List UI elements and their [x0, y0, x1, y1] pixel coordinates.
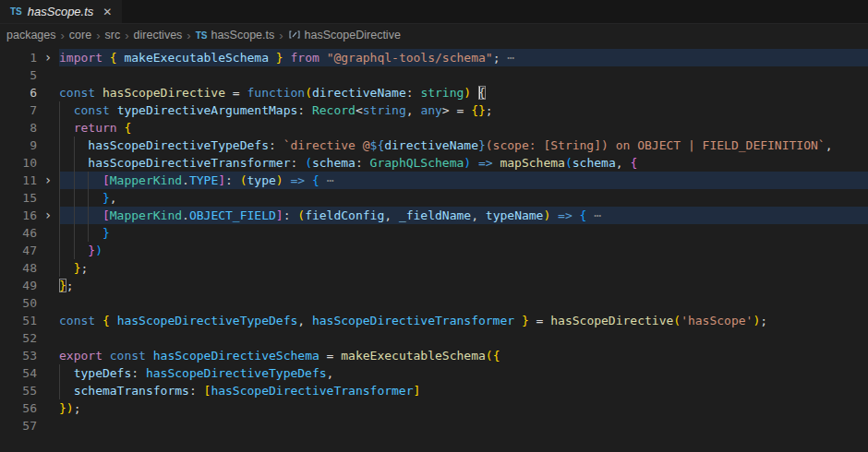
- fold-chevron-icon[interactable]: ›: [37, 172, 59, 189]
- code-line[interactable]: 55 schemaTransforms: [hasScopeDirectiveT…: [0, 382, 868, 399]
- code-line[interactable]: 15 },: [0, 189, 868, 207]
- code-content[interactable]: }): [59, 242, 868, 259]
- code-content[interactable]: schemaTransforms: [hasScopeDirectiveTran…: [59, 382, 868, 399]
- code-line[interactable]: 53export const hasScopeDirectiveSchema =…: [0, 347, 868, 364]
- code-content[interactable]: [59, 294, 868, 312]
- code-token: hasScopeDirectiveTransformer: [88, 156, 290, 170]
- code-content[interactable]: export const hasScopeDirectiveSchema = m…: [59, 347, 868, 364]
- code-token: [59, 138, 88, 152]
- code-content[interactable]: });: [59, 399, 868, 417]
- code-line[interactable]: 6const hasScopeDirective = function(dire…: [0, 84, 868, 101]
- code-token: ]: [414, 384, 421, 398]
- code-token: [573, 208, 580, 222]
- code-line[interactable]: 8 return {: [0, 119, 868, 137]
- code-line[interactable]: 57: [0, 417, 868, 434]
- code-token: (: [297, 208, 305, 222]
- breadcrumb-item-hasscope-ts[interactable]: TShasScope.ts: [196, 29, 275, 42]
- fold-gutter: [37, 119, 59, 137]
- breadcrumb-item-src[interactable]: src: [105, 29, 121, 42]
- code-line[interactable]: 49};: [0, 277, 868, 294]
- code-content[interactable]: [MapperKind.OBJECT_FIELD]: (fieldConfig,…: [59, 207, 868, 224]
- code-editor[interactable]: 1›import { makeExecutableSchema } from "…: [0, 46, 868, 434]
- code-token: {}: [471, 103, 486, 117]
- code-content[interactable]: hasScopeDirectiveTransformer: (schema: G…: [59, 154, 868, 172]
- code-content[interactable]: const { hasScopeDirectiveTypeDefs, hasSc…: [59, 312, 868, 329]
- code-token: hasScopeDirective: [102, 86, 225, 100]
- code-content[interactable]: hasScopeDirectiveTypeDefs: `directive @$…: [59, 137, 868, 154]
- code-token: [102, 349, 110, 363]
- code-token: ;: [66, 279, 74, 292]
- code-line[interactable]: 54 typeDefs: hasScopeDirectiveTypeDefs,: [0, 364, 868, 382]
- code-line[interactable]: 16› [MapperKind.OBJECT_FIELD]: (fieldCon…: [0, 207, 868, 224]
- code-token: (: [305, 156, 312, 170]
- breadcrumb-separator-icon: ›: [56, 29, 69, 42]
- code-line[interactable]: 51const { hasScopeDirectiveTypeDefs, has…: [0, 312, 868, 329]
- code-content[interactable]: },: [59, 189, 868, 207]
- code-line[interactable]: 10 hasScopeDirectiveTransformer: (schema…: [0, 154, 868, 172]
- code-content[interactable]: typeDefs: hasScopeDirectiveTypeDefs,: [59, 364, 868, 382]
- code-content[interactable]: const hasScopeDirective = function(direc…: [59, 84, 868, 101]
- code-content[interactable]: };: [59, 277, 868, 294]
- breadcrumb-item-packages[interactable]: packages: [6, 29, 56, 42]
- code-line[interactable]: 56});: [0, 399, 868, 417]
- code-token: [59, 384, 74, 398]
- code-token: {: [124, 121, 131, 135]
- fold-gutter: [37, 329, 59, 347]
- code-token: =>: [291, 173, 306, 187]
- code-token: =: [529, 314, 550, 327]
- code-line[interactable]: 46 }: [0, 224, 868, 242]
- code-line[interactable]: 9 hasScopeDirectiveTypeDefs: `directive …: [0, 137, 868, 154]
- code-line[interactable]: 50: [0, 294, 868, 312]
- code-content[interactable]: [MapperKind.TYPE]: (type) => { ⋯: [59, 172, 868, 189]
- close-tab-icon[interactable]: ✕: [102, 6, 112, 18]
- code-content[interactable]: }: [59, 224, 868, 242]
- code-line[interactable]: 11› [MapperKind.TYPE]: (type) => { ⋯: [0, 172, 868, 189]
- code-token: .: [182, 173, 189, 187]
- code-token: "@graphql-tools/schema": [327, 51, 493, 65]
- line-number: 10: [0, 154, 37, 172]
- code-token: [146, 349, 153, 363]
- code-content[interactable]: const typeDirectiveArgumentMaps: Record<…: [59, 101, 868, 119]
- code-token: :: [269, 138, 283, 152]
- code-content[interactable]: return {: [59, 119, 868, 137]
- fold-gutter: [37, 294, 59, 312]
- code-line[interactable]: 7 const typeDirectiveArgumentMaps: Recor…: [0, 101, 868, 119]
- code-content[interactable]: [59, 417, 868, 434]
- code-content[interactable]: import { makeExecutableSchema } from "@g…: [59, 49, 868, 66]
- breadcrumb-item-core[interactable]: core: [69, 29, 91, 42]
- code-token: [59, 226, 102, 240]
- code-content[interactable]: [59, 66, 868, 84]
- fold-gutter: [37, 364, 59, 382]
- code-line[interactable]: 47 }): [0, 242, 868, 259]
- code-token: [305, 173, 312, 187]
- code-token: ,: [384, 208, 399, 222]
- code-token: [110, 103, 117, 117]
- code-token: ,: [110, 191, 117, 205]
- code-token: makeExecutableSchema: [341, 349, 486, 363]
- code-line[interactable]: 1›import { makeExecutableSchema } from "…: [0, 49, 868, 66]
- fold-gutter: [37, 84, 59, 101]
- line-number: 47: [0, 242, 37, 259]
- code-token: ,: [826, 138, 833, 152]
- code-line[interactable]: 52: [0, 329, 868, 347]
- code-token: 'hasScope': [681, 314, 753, 327]
- code-token: ,: [327, 366, 334, 380]
- breadcrumb-separator-icon: ›: [91, 29, 104, 42]
- fold-chevron-icon[interactable]: ›: [37, 49, 59, 66]
- code-token: ): [95, 244, 102, 257]
- code-line[interactable]: 5: [0, 66, 868, 84]
- code-content[interactable]: };: [59, 259, 868, 277]
- code-line[interactable]: 48 };: [0, 259, 868, 277]
- code-token: =>: [558, 208, 573, 222]
- code-token: [59, 366, 74, 380]
- fold-chevron-icon[interactable]: ›: [37, 207, 59, 224]
- tab-hasscope[interactable]: TS hasScope.ts ✕: [0, 0, 122, 23]
- code-content[interactable]: [59, 329, 868, 347]
- code-token: }: [276, 51, 283, 65]
- fold-gutter: [37, 137, 59, 154]
- code-token: [59, 121, 74, 135]
- code-token: hasScopeDirectiveSchema: [153, 349, 319, 363]
- code-token: const: [74, 103, 110, 117]
- breadcrumb-item-hasscopedirective[interactable]: hasScopeDirective: [288, 29, 401, 42]
- breadcrumb-item-directives[interactable]: directives: [134, 29, 183, 42]
